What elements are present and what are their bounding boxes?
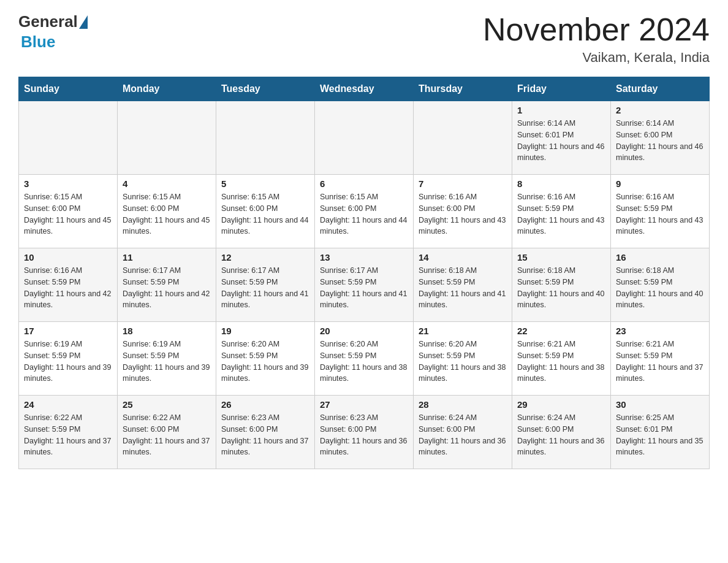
day-of-week-header: Friday bbox=[512, 77, 611, 101]
calendar-subtitle: Vaikam, Kerala, India bbox=[483, 50, 710, 66]
day-sun-info: Sunrise: 6:20 AMSunset: 5:59 PMDaylight:… bbox=[419, 339, 507, 385]
day-number: 29 bbox=[517, 399, 605, 410]
day-number: 26 bbox=[221, 399, 309, 410]
calendar-day-cell bbox=[19, 101, 118, 175]
calendar-day-cell: 1Sunrise: 6:14 AMSunset: 6:01 PMDaylight… bbox=[512, 101, 611, 175]
day-sun-info: Sunrise: 6:24 AMSunset: 6:00 PMDaylight:… bbox=[517, 412, 605, 458]
day-sun-info: Sunrise: 6:16 AMSunset: 5:59 PMDaylight:… bbox=[517, 191, 605, 237]
calendar-day-cell: 11Sunrise: 6:17 AMSunset: 5:59 PMDayligh… bbox=[118, 248, 216, 322]
calendar-day-cell: 13Sunrise: 6:17 AMSunset: 5:59 PMDayligh… bbox=[315, 248, 414, 322]
calendar-day-cell: 2Sunrise: 6:14 AMSunset: 6:00 PMDaylight… bbox=[611, 101, 710, 175]
calendar-week-row: 1Sunrise: 6:14 AMSunset: 6:01 PMDaylight… bbox=[19, 101, 710, 175]
calendar-day-cell: 29Sunrise: 6:24 AMSunset: 6:00 PMDayligh… bbox=[512, 396, 611, 469]
calendar-day-cell: 24Sunrise: 6:22 AMSunset: 5:59 PMDayligh… bbox=[19, 396, 118, 469]
day-sun-info: Sunrise: 6:21 AMSunset: 5:59 PMDaylight:… bbox=[616, 339, 704, 385]
day-number: 1 bbox=[517, 105, 605, 115]
day-of-week-header: Tuesday bbox=[216, 77, 315, 101]
logo-triangle-icon bbox=[79, 15, 88, 29]
day-number: 10 bbox=[24, 252, 112, 262]
day-sun-info: Sunrise: 6:21 AMSunset: 5:59 PMDaylight:… bbox=[517, 339, 605, 385]
logo-blue-text: Blue bbox=[18, 33, 55, 52]
day-number: 7 bbox=[419, 178, 507, 189]
day-sun-info: Sunrise: 6:15 AMSunset: 6:00 PMDaylight:… bbox=[123, 191, 211, 237]
day-number: 13 bbox=[320, 252, 408, 262]
title-area: November 2024 Vaikam, Kerala, India bbox=[483, 12, 710, 66]
calendar-day-cell: 7Sunrise: 6:16 AMSunset: 6:00 PMDaylight… bbox=[414, 175, 512, 248]
day-sun-info: Sunrise: 6:18 AMSunset: 5:59 PMDaylight:… bbox=[419, 265, 507, 311]
day-sun-info: Sunrise: 6:18 AMSunset: 5:59 PMDaylight:… bbox=[616, 265, 704, 311]
day-sun-info: Sunrise: 6:22 AMSunset: 6:00 PMDaylight:… bbox=[123, 412, 211, 458]
calendar-day-cell: 14Sunrise: 6:18 AMSunset: 5:59 PMDayligh… bbox=[414, 248, 512, 322]
day-sun-info: Sunrise: 6:17 AMSunset: 5:59 PMDaylight:… bbox=[320, 265, 408, 311]
day-number: 21 bbox=[419, 326, 507, 336]
day-of-week-header: Wednesday bbox=[315, 77, 414, 101]
day-number: 27 bbox=[320, 399, 408, 410]
calendar-day-cell: 5Sunrise: 6:15 AMSunset: 6:00 PMDaylight… bbox=[216, 175, 315, 248]
day-number: 14 bbox=[419, 252, 507, 262]
day-number: 12 bbox=[221, 252, 309, 262]
day-number: 19 bbox=[221, 326, 309, 336]
day-sun-info: Sunrise: 6:22 AMSunset: 5:59 PMDaylight:… bbox=[24, 412, 112, 458]
calendar-week-row: 17Sunrise: 6:19 AMSunset: 5:59 PMDayligh… bbox=[19, 322, 710, 396]
day-sun-info: Sunrise: 6:23 AMSunset: 6:00 PMDaylight:… bbox=[320, 412, 408, 458]
day-of-week-header: Sunday bbox=[19, 77, 118, 101]
calendar-day-cell: 16Sunrise: 6:18 AMSunset: 5:59 PMDayligh… bbox=[611, 248, 710, 322]
calendar-day-cell: 23Sunrise: 6:21 AMSunset: 5:59 PMDayligh… bbox=[611, 322, 710, 396]
calendar-day-cell: 20Sunrise: 6:20 AMSunset: 5:59 PMDayligh… bbox=[315, 322, 414, 396]
day-number: 18 bbox=[123, 326, 211, 336]
day-number: 24 bbox=[24, 399, 112, 410]
day-sun-info: Sunrise: 6:15 AMSunset: 6:00 PMDaylight:… bbox=[24, 191, 112, 237]
calendar-day-cell: 17Sunrise: 6:19 AMSunset: 5:59 PMDayligh… bbox=[19, 322, 118, 396]
day-number: 25 bbox=[123, 399, 211, 410]
calendar-day-cell: 30Sunrise: 6:25 AMSunset: 6:01 PMDayligh… bbox=[611, 396, 710, 469]
calendar-day-cell: 6Sunrise: 6:15 AMSunset: 6:00 PMDaylight… bbox=[315, 175, 414, 248]
calendar-day-cell: 9Sunrise: 6:16 AMSunset: 5:59 PMDaylight… bbox=[611, 175, 710, 248]
day-number: 8 bbox=[517, 178, 605, 189]
day-number: 15 bbox=[517, 252, 605, 262]
day-sun-info: Sunrise: 6:20 AMSunset: 5:59 PMDaylight:… bbox=[320, 339, 408, 385]
calendar-day-cell bbox=[414, 101, 512, 175]
calendar-day-cell: 12Sunrise: 6:17 AMSunset: 5:59 PMDayligh… bbox=[216, 248, 315, 322]
calendar-day-cell: 3Sunrise: 6:15 AMSunset: 6:00 PMDaylight… bbox=[19, 175, 118, 248]
calendar-day-cell: 4Sunrise: 6:15 AMSunset: 6:00 PMDaylight… bbox=[118, 175, 216, 248]
calendar-day-cell: 26Sunrise: 6:23 AMSunset: 6:00 PMDayligh… bbox=[216, 396, 315, 469]
calendar-day-cell: 25Sunrise: 6:22 AMSunset: 6:00 PMDayligh… bbox=[118, 396, 216, 469]
calendar-day-cell: 27Sunrise: 6:23 AMSunset: 6:00 PMDayligh… bbox=[315, 396, 414, 469]
calendar-day-cell bbox=[118, 101, 216, 175]
calendar-day-cell: 21Sunrise: 6:20 AMSunset: 5:59 PMDayligh… bbox=[414, 322, 512, 396]
day-number: 16 bbox=[616, 252, 704, 262]
day-sun-info: Sunrise: 6:16 AMSunset: 5:59 PMDaylight:… bbox=[24, 265, 112, 311]
day-sun-info: Sunrise: 6:16 AMSunset: 5:59 PMDaylight:… bbox=[616, 191, 704, 237]
calendar-header-row: SundayMondayTuesdayWednesdayThursdayFrid… bbox=[19, 77, 710, 101]
day-sun-info: Sunrise: 6:19 AMSunset: 5:59 PMDaylight:… bbox=[123, 339, 211, 385]
day-of-week-header: Saturday bbox=[611, 77, 710, 101]
calendar-week-row: 24Sunrise: 6:22 AMSunset: 5:59 PMDayligh… bbox=[19, 396, 710, 469]
day-sun-info: Sunrise: 6:24 AMSunset: 6:00 PMDaylight:… bbox=[419, 412, 507, 458]
calendar-table: SundayMondayTuesdayWednesdayThursdayFrid… bbox=[18, 77, 710, 469]
day-sun-info: Sunrise: 6:23 AMSunset: 6:00 PMDaylight:… bbox=[221, 412, 309, 458]
day-of-week-header: Monday bbox=[118, 77, 216, 101]
day-sun-info: Sunrise: 6:15 AMSunset: 6:00 PMDaylight:… bbox=[221, 191, 309, 237]
calendar-week-row: 3Sunrise: 6:15 AMSunset: 6:00 PMDaylight… bbox=[19, 175, 710, 248]
day-number: 23 bbox=[616, 326, 704, 336]
day-number: 22 bbox=[517, 326, 605, 336]
day-number: 9 bbox=[616, 178, 704, 189]
day-of-week-header: Thursday bbox=[414, 77, 512, 101]
day-sun-info: Sunrise: 6:14 AMSunset: 6:00 PMDaylight:… bbox=[616, 118, 704, 164]
calendar-day-cell: 19Sunrise: 6:20 AMSunset: 5:59 PMDayligh… bbox=[216, 322, 315, 396]
calendar-day-cell: 15Sunrise: 6:18 AMSunset: 5:59 PMDayligh… bbox=[512, 248, 611, 322]
calendar-week-row: 10Sunrise: 6:16 AMSunset: 5:59 PMDayligh… bbox=[19, 248, 710, 322]
logo: General Blue bbox=[18, 12, 88, 52]
calendar-day-cell: 8Sunrise: 6:16 AMSunset: 5:59 PMDaylight… bbox=[512, 175, 611, 248]
day-sun-info: Sunrise: 6:20 AMSunset: 5:59 PMDaylight:… bbox=[221, 339, 309, 385]
day-number: 2 bbox=[616, 105, 704, 115]
day-sun-info: Sunrise: 6:17 AMSunset: 5:59 PMDaylight:… bbox=[123, 265, 211, 311]
day-sun-info: Sunrise: 6:14 AMSunset: 6:01 PMDaylight:… bbox=[517, 118, 605, 164]
calendar-day-cell bbox=[315, 101, 414, 175]
day-number: 3 bbox=[24, 178, 112, 189]
day-sun-info: Sunrise: 6:25 AMSunset: 6:01 PMDaylight:… bbox=[616, 412, 704, 458]
calendar-day-cell: 18Sunrise: 6:19 AMSunset: 5:59 PMDayligh… bbox=[118, 322, 216, 396]
day-number: 4 bbox=[123, 178, 211, 189]
page-header: General Blue November 2024 Vaikam, Keral… bbox=[18, 12, 710, 66]
day-sun-info: Sunrise: 6:15 AMSunset: 6:00 PMDaylight:… bbox=[320, 191, 408, 237]
